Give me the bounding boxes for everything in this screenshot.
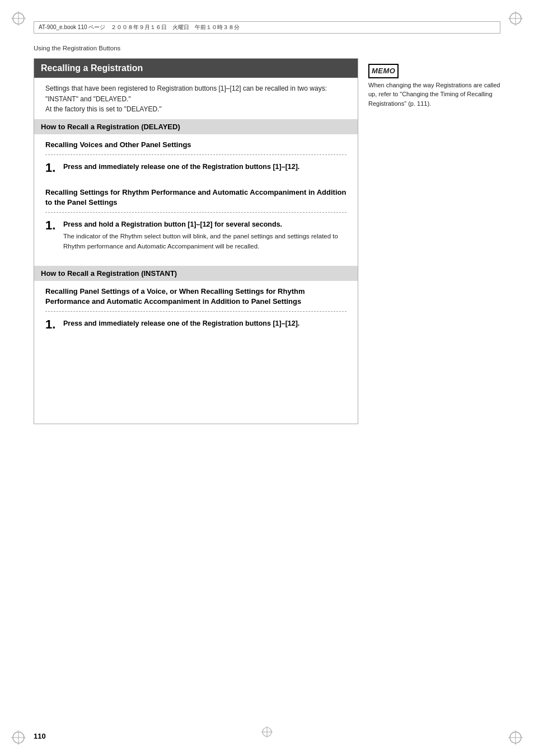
dotted-sep-1 bbox=[45, 154, 346, 155]
subsection-voices-title: Recalling Voices and Other Panel Setting… bbox=[34, 134, 358, 152]
main-content: Using the Registration Buttons Recalling… bbox=[34, 45, 500, 722]
subsection-instant-title: Recalling Panel Settings of a Voice, or … bbox=[34, 281, 358, 309]
right-column: MEMO When changing the way Registrations… bbox=[358, 58, 500, 424]
reg-mark-tr bbox=[507, 10, 524, 27]
breadcrumb: Using the Registration Buttons bbox=[34, 45, 500, 51]
step-bold-2: Press and hold a Registration button [1]… bbox=[63, 219, 346, 229]
step-number-3: 1. bbox=[45, 318, 58, 331]
step-delayed-1: 1. Press and immediately release one of … bbox=[34, 158, 358, 177]
intro-line1: Settings that have been registered to Re… bbox=[45, 84, 327, 103]
intro-text: Settings that have been registered to Re… bbox=[34, 78, 358, 119]
reg-mark-tl bbox=[10, 10, 27, 27]
columns: Recalling a Registration Settings that h… bbox=[34, 58, 500, 424]
delayed-header: How to Recall a Registration (DELAYED) bbox=[34, 119, 358, 134]
step-delayed-2: 1. Press and hold a Registration button … bbox=[34, 216, 358, 255]
reg-mark-bl bbox=[10, 729, 27, 746]
section-title: Recalling a Registration bbox=[34, 59, 358, 78]
bottom-cross bbox=[260, 725, 274, 740]
step-number: 1. bbox=[45, 162, 58, 174]
reg-mark-br bbox=[507, 729, 524, 746]
memo-icon: MEMO bbox=[368, 64, 399, 78]
step-instant-1: 1. Press and immediately release one of … bbox=[34, 315, 358, 334]
step-bold-3: Press and immediately release one of the… bbox=[63, 318, 346, 328]
page-number: 110 bbox=[34, 732, 46, 740]
step-content-3: Press and immediately release one of the… bbox=[63, 318, 346, 331]
step-number-2: 1. bbox=[45, 219, 58, 251]
left-column: Recalling a Registration Settings that h… bbox=[34, 58, 358, 424]
page: AT-900_e.book 110 ページ ２００８年９月１６日 火曜日 午前１… bbox=[0, 0, 534, 756]
step-content-2: Press and hold a Registration button [1]… bbox=[63, 219, 346, 251]
instant-header: How to Recall a Registration (INSTANT) bbox=[34, 266, 358, 281]
step-content: Press and immediately release one of the… bbox=[63, 162, 346, 174]
step-bold-text: Press and immediately release one of the… bbox=[63, 162, 346, 172]
intro-line2: At the factory this is set to "DELAYED." bbox=[45, 105, 162, 113]
header-bar: AT-900_e.book 110 ページ ２００８年９月１６日 火曜日 午前１… bbox=[34, 21, 500, 34]
subsection-rhythm-title: Recalling Settings for Rhythm Performanc… bbox=[34, 182, 358, 210]
step-desc-2: The indicator of the Rhythm select butto… bbox=[63, 232, 346, 251]
memo-box: MEMO When changing the way Registrations… bbox=[368, 64, 500, 108]
dotted-sep-3 bbox=[45, 311, 346, 312]
header-text: AT-900_e.book 110 ページ ２００８年９月１６日 火曜日 午前１… bbox=[39, 24, 240, 31]
memo-text: When changing the way Registrations are … bbox=[368, 81, 500, 109]
dotted-sep-2 bbox=[45, 212, 346, 213]
